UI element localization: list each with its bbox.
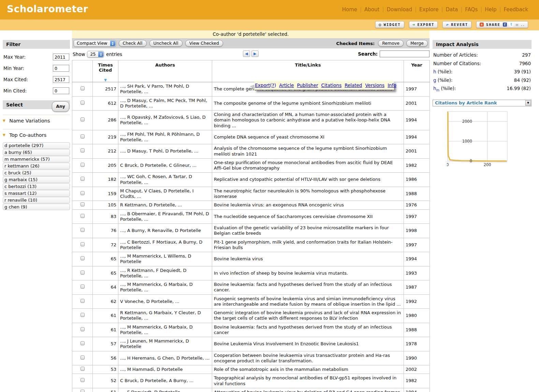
search-input[interactable]	[380, 50, 429, 57]
nav-link-download[interactable]: Download	[387, 6, 412, 13]
title-cell[interactable]: Analysis of the chromosome sequence of t…	[212, 144, 404, 159]
coauthor-item[interactable]: a burny (65)	[3, 149, 70, 156]
nav-link-explore[interactable]: Explore	[419, 6, 438, 13]
twitter-icon[interactable]: t	[509, 23, 513, 27]
popup-link-help[interactable]: ?	[272, 83, 274, 88]
coauthor-item[interactable]: g marbaix (15)	[3, 176, 70, 183]
popup-link-article[interactable]: Article	[279, 83, 294, 88]
entries-select[interactable]: 25 ▲▼	[87, 51, 104, 58]
nav-link-feedback[interactable]: Feedback	[504, 6, 528, 13]
row-checkbox[interactable]	[81, 271, 85, 275]
title-cell[interactable]: Role of the somatotropic axis in the mam…	[212, 365, 404, 374]
dropdown-arrow-icon[interactable]: ▼	[525, 100, 531, 106]
view-mode-select[interactable]: Compact View ▲▼	[74, 40, 116, 47]
row-checkbox[interactable]	[81, 202, 85, 206]
filter-field-input[interactable]	[53, 76, 69, 83]
h-index-link[interactable]: h	[433, 69, 436, 74]
title-cell[interactable]: Bovine leukaemia: facts and hypotheses d…	[212, 323, 404, 337]
coauthor-item[interactable]: s massart (12)	[3, 190, 70, 197]
row-checkbox[interactable]	[81, 214, 85, 218]
title-cell[interactable]: One-step purification of mouse monoclona…	[212, 158, 404, 173]
filter-field-input[interactable]	[53, 87, 69, 94]
name-variations-section[interactable]: ▼ Name Variations	[3, 118, 70, 124]
popup-link-citations[interactable]: Citations	[321, 83, 342, 88]
email-icon[interactable]: ✉	[516, 22, 518, 27]
row-checkbox[interactable]	[81, 228, 85, 232]
coauthor-item[interactable]: m mammerickx (57)	[3, 156, 70, 162]
widget-button[interactable]: ⚙ WIDGET	[375, 21, 404, 28]
coauthor-item[interactable]: g chen (9)	[3, 204, 70, 210]
top-coauthors-section[interactable]: ▼ Top Co-authors	[3, 132, 70, 138]
title-cell[interactable]: Replicative and cytopathic potential of …	[212, 173, 404, 187]
title-cell[interactable]: Bovine leukaemia: facts and hypotheses d…	[212, 280, 404, 295]
row-checkbox[interactable]	[81, 256, 85, 260]
export-button[interactable]: ➜ EXPORT	[409, 21, 438, 28]
next-page-button[interactable]: ▶	[251, 50, 259, 57]
app-logo[interactable]: Scholarometer	[7, 3, 88, 15]
year-column-header[interactable]: Year	[404, 60, 430, 82]
title-cell[interactable]: The nucleotide sequence of Saccharomyces…	[212, 209, 404, 224]
row-checkbox[interactable]	[81, 285, 85, 289]
remove-button[interactable]: Remove	[378, 40, 404, 47]
coauthor-item[interactable]: r kettmann (26)	[3, 163, 70, 169]
hm-index-link[interactable]: h	[433, 86, 436, 91]
popup-link-related[interactable]: Related	[345, 83, 362, 88]
title-cell[interactable]: In vivo infection of sheep by bovine leu…	[212, 266, 404, 280]
row-checkbox[interactable]	[81, 86, 85, 90]
prev-page-button[interactable]: ◀	[243, 50, 250, 57]
title-cell[interactable]: Evaluation of the genetic variability of…	[212, 224, 404, 238]
row-checkbox[interactable]	[81, 299, 85, 303]
title-cell[interactable]: Pit-1 gene polymorphism, milk yield, and…	[212, 238, 404, 252]
row-checkbox[interactable]	[81, 367, 85, 371]
title-cell[interactable]: Topographical analysis by monoclonal ant…	[212, 374, 404, 388]
more-share-icon[interactable]: ..	[521, 23, 525, 27]
title-cell[interactable]: Bovine leukemia virus	[212, 252, 404, 266]
popup-link-info[interactable]: Info	[388, 83, 396, 88]
coauthor-item[interactable]: c bruck (25)	[3, 170, 70, 176]
sort-descending-icon[interactable]: ▼	[93, 78, 118, 82]
chart-type-select[interactable]: Citations by Article Rank ▼	[433, 100, 531, 106]
title-cell[interactable]: Complete DNA sequence of yeast chromosom…	[212, 130, 404, 144]
coauthor-item[interactable]: d portetelle (297)	[3, 142, 70, 149]
popup-link-versions[interactable]: Versions	[365, 83, 384, 88]
row-checkbox[interactable]	[81, 191, 85, 195]
facebook-icon[interactable]: f	[503, 23, 507, 27]
row-checkbox[interactable]	[81, 390, 85, 392]
row-checkbox[interactable]	[81, 148, 85, 153]
nav-link-about[interactable]: About	[364, 6, 379, 13]
share-button[interactable]: + SHARE f t ✉ ..	[476, 21, 528, 28]
row-checkbox[interactable]	[81, 134, 85, 139]
row-checkbox[interactable]	[81, 101, 85, 105]
authors-column-header[interactable]: Authors	[118, 60, 212, 82]
nav-link-help[interactable]: Help	[485, 6, 496, 13]
times-cited-column-header[interactable]: Times Cited ▼	[93, 60, 118, 82]
row-checkbox[interactable]	[81, 117, 85, 121]
title-cell[interactable]: Fusogenic segments of bovine leukemia vi…	[212, 294, 404, 309]
popup-link-publisher[interactable]: Publisher	[297, 83, 318, 88]
select-any-button[interactable]: Any	[52, 101, 69, 112]
uncheck-all-button[interactable]: Uncheck All	[149, 40, 183, 47]
row-checkbox[interactable]	[81, 313, 85, 317]
title-cell[interactable]: Cooperation between bovine leukaemia vir…	[212, 351, 404, 365]
g-index-link[interactable]: g	[433, 77, 436, 83]
title-cell[interactable]: Cloning and characterization of MN, a hu…	[212, 111, 404, 130]
row-checkbox[interactable]	[81, 242, 85, 246]
title-cell[interactable]: The neurotrophic factor neuroleukin is 9…	[212, 187, 404, 201]
title-cell[interactable]: Attenuation of bovine leukemia virus by …	[212, 388, 404, 392]
coauthor-item[interactable]: c bertozzi (13)	[3, 183, 70, 190]
filter-field-input[interactable]	[53, 54, 69, 60]
title-column-header[interactable]: Title/Links	[212, 60, 404, 82]
filter-field-input[interactable]	[53, 65, 69, 72]
row-checkbox[interactable]	[81, 341, 85, 345]
merge-button[interactable]: Merge	[406, 40, 428, 47]
coauthor-item[interactable]: r renaville (10)	[3, 197, 70, 203]
nav-link-data[interactable]: Data	[446, 6, 458, 13]
revert-button[interactable]: ↶ REVERT	[442, 21, 471, 28]
title-cell[interactable]: Bovine Leukemia Virus Involvement In Enz…	[212, 337, 404, 351]
title-cell[interactable]: Genomic integration of bovine leukemia p…	[212, 309, 404, 323]
nav-link-home[interactable]: Home	[342, 6, 357, 13]
view-checked-button[interactable]: View Checked	[185, 40, 223, 47]
title-cell[interactable]: The composite genome of the legume symbi…	[212, 96, 404, 111]
nav-link-faqs[interactable]: FAQs	[465, 6, 478, 13]
row-checkbox[interactable]	[81, 163, 85, 167]
